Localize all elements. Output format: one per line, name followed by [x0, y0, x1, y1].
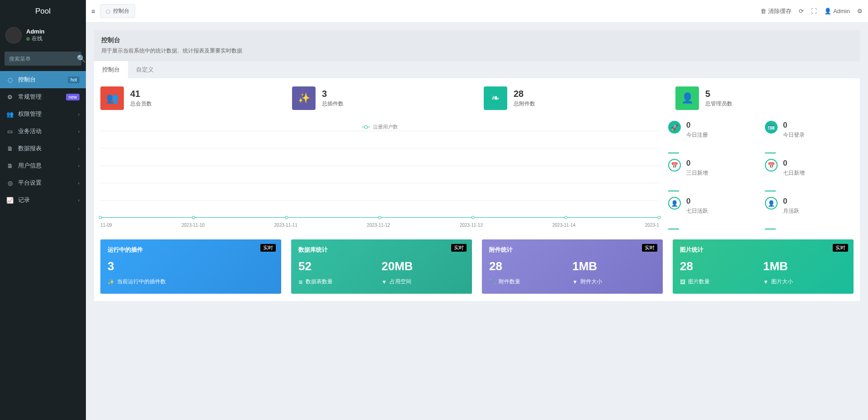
idcard-icon: 🪪 [765, 121, 778, 134]
filter-icon: ▼ [763, 279, 769, 285]
topbar: ≡ ◌ 控制台 🗑清除缓存 ⟳ ⛶ 👤Admin ⚙ [86, 0, 868, 23]
mini-today-login: 🪪0今日登录 [765, 121, 854, 153]
card-images: 实时 图片统计 28🖼图片数量 1MB▼图片大小 [673, 239, 854, 294]
stat-plugins: ✨ 3总插件数 [292, 86, 470, 110]
nav-reports[interactable]: 🗎 数据报表 ‹ [0, 140, 86, 157]
filter-icon: ▼ [382, 279, 387, 285]
gear-icon: ◎ [6, 180, 14, 186]
card-value: 1MB [763, 259, 846, 273]
search-icon[interactable]: 🔍 [77, 54, 86, 63]
realtime-badge: 实时 [451, 244, 467, 252]
realtime-badge: 实时 [260, 244, 276, 252]
online-dot-icon [26, 37, 30, 41]
tab-chip-label: 控制台 [113, 7, 129, 15]
stat-value: 3 [322, 89, 344, 99]
magic-icon: ✨ [108, 279, 114, 285]
activity-icon: ▭ [6, 128, 14, 135]
dashboard-icon: ◌ [106, 8, 110, 14]
nav-general[interactable]: ⚙ 常规管理 new [0, 88, 86, 105]
chevron-left-icon: ‹ [78, 181, 80, 186]
card-label: ▼图片大小 [763, 278, 846, 286]
stats-row: 👥 41总会员数 ✨ 3总插件数 ❧ 28总附件数 👤 5总管理员数 [100, 86, 854, 110]
stat-members: 👥 41总会员数 [100, 86, 278, 110]
menu-search: 🔍 [0, 48, 86, 69]
nav-label: 记录 [18, 196, 30, 204]
nav-label: 业务活动 [18, 127, 42, 135]
avatar-icon: 👤 [824, 8, 831, 14]
stat-value: 41 [130, 89, 152, 99]
nav-label: 控制台 [18, 76, 36, 84]
users-icon: 👥 [100, 86, 124, 110]
chevron-left-icon: ‹ [78, 198, 80, 203]
mini-month-active: 👤0月活跃 [765, 197, 854, 229]
stat-attachments: ❧ 28总附件数 [484, 86, 662, 110]
chevron-left-icon: ‹ [78, 146, 80, 151]
nav-business[interactable]: ▭ 业务活动 ‹ [0, 123, 86, 140]
stat-label: 总会员数 [130, 100, 152, 108]
legend-marker-icon [362, 127, 370, 127]
badge-hot: hot [68, 76, 80, 83]
database-icon: ≣ [298, 279, 303, 285]
card-value: 28 [680, 259, 763, 273]
user-menu[interactable]: 👤Admin [824, 8, 850, 14]
card-value: 3 [108, 259, 274, 273]
stat-label: 总管理员数 [705, 100, 732, 108]
nav-permission[interactable]: 👥 权限管理 ‹ [0, 105, 86, 123]
dashboard-icon: ◌ [6, 76, 14, 83]
tab-chip-dashboard[interactable]: ◌ 控制台 [100, 4, 135, 18]
stat-label: 总插件数 [322, 100, 344, 108]
card-value: 52 [298, 259, 382, 273]
search-input[interactable] [9, 56, 77, 62]
settings-button[interactable]: ⚙ [857, 8, 863, 14]
tab-custom[interactable]: 自定义 [128, 61, 162, 78]
panel-header: 控制台 用于展示当前系统中的统计数据、统计报表及重要实时数据 [94, 30, 860, 61]
badge-new: new [66, 94, 80, 100]
chart-icon: 📈 [6, 197, 14, 204]
card-label: ▼附件大小 [572, 278, 656, 286]
nav-dashboard[interactable]: ◌ 控制台 hot [0, 71, 86, 88]
card-label: ✨当前运行中的插件数 [108, 278, 274, 286]
nav: ◌ 控制台 hot ⚙ 常规管理 new 👥 权限管理 ‹ ▭ 业务活动 ‹ 🗎 [0, 71, 86, 209]
tab-dashboard[interactable]: 控制台 [94, 61, 128, 78]
bottom-cards: 实时 运行中的插件 3✨当前运行中的插件数 实时 数据库统计 52≣数据表数量 … [100, 239, 854, 294]
card-label: 🖼图片数量 [680, 278, 763, 286]
clear-cache-button[interactable]: 🗑清除缓存 [760, 7, 792, 15]
card-title: 附件统计 [489, 246, 656, 254]
sidebar: Pool Admin 在线 🔍 ◌ 控制台 hot ⚙ 常规管理 new [0, 0, 86, 420]
realtime-badge: 实时 [642, 244, 657, 252]
chart-x-labels: 11-092023-11-102023-11-112023-11-122023-… [100, 223, 659, 228]
fullscreen-button[interactable]: ⛶ [811, 8, 817, 14]
chevron-left-icon: ‹ [78, 129, 80, 134]
nav-platform[interactable]: ◎ 平台设置 ‹ [0, 174, 86, 191]
nav-users[interactable]: 🗎 用户信息 ‹ [0, 157, 86, 174]
chart-legend: 注册用户数 [362, 124, 398, 130]
refresh-button[interactable]: ⟳ [799, 8, 804, 14]
nav-logs[interactable]: 📈 记录 ‹ [0, 191, 86, 209]
calendar-plus-icon: 📅 [765, 159, 778, 172]
user-info-icon: 🗎 [6, 162, 14, 169]
calendar-icon: 📅 [668, 159, 681, 172]
hamburger-icon[interactable]: ≡ [91, 7, 95, 15]
filter-icon: ▼ [572, 279, 578, 285]
rocket-icon: 🚀 [668, 121, 681, 134]
stat-value: 28 [514, 89, 535, 99]
chart-grid [100, 131, 659, 218]
card-title: 运行中的插件 [108, 246, 274, 254]
chevron-left-icon: ‹ [78, 163, 80, 168]
image-icon: 🖼 [680, 279, 685, 285]
stat-label: 总附件数 [514, 100, 535, 108]
card-value: 20MB [382, 259, 465, 273]
card-title: 图片统计 [680, 246, 846, 254]
nav-label: 权限管理 [18, 110, 42, 118]
magic-icon: ✨ [292, 86, 316, 110]
chart-line [100, 217, 659, 218]
card-title: 数据库统计 [298, 246, 465, 254]
nav-label: 常规管理 [18, 93, 42, 101]
avatar[interactable] [5, 27, 22, 43]
nav-label: 平台设置 [18, 179, 42, 187]
card-label: ≣数据表数量 [298, 278, 382, 286]
mini-7day-new: 📅0七日新增 [765, 159, 854, 191]
user-panel: Admin 在线 [0, 23, 86, 48]
brand[interactable]: Pool [0, 0, 86, 23]
paperclip-icon: 📎 [489, 279, 496, 285]
